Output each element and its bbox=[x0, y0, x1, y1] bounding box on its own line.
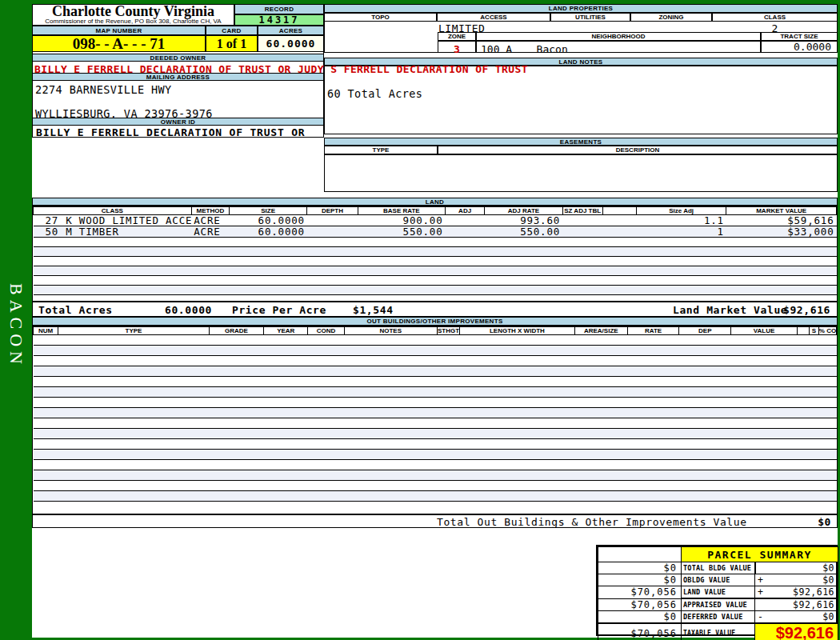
empty-cell bbox=[264, 398, 308, 408]
record-value: 14317 bbox=[234, 14, 324, 26]
ps-row-label: APPRAISED VALUE bbox=[682, 598, 755, 611]
empty-cell bbox=[446, 238, 485, 247]
empty-cell bbox=[446, 276, 485, 286]
land-cell-class: 27K WOOD LIMITED ACCESS bbox=[34, 215, 192, 226]
land-cell-adj-rate: 550.00 bbox=[485, 226, 562, 238]
empty-cell bbox=[636, 266, 726, 276]
land-row: 27K WOOD LIMITED ACCESS ACRE 60.0000 900… bbox=[34, 215, 837, 226]
empty-cell bbox=[34, 398, 58, 408]
empty-cell bbox=[809, 377, 818, 387]
empty-cell bbox=[679, 387, 731, 398]
empty-cell bbox=[574, 335, 627, 346]
empty-cell bbox=[34, 387, 58, 398]
empty-cell bbox=[229, 257, 306, 266]
ps-op: + bbox=[755, 586, 763, 598]
empty-cell bbox=[679, 335, 731, 346]
empty-cell bbox=[344, 408, 437, 418]
map-number-value: 098- - A- - - 71 bbox=[32, 35, 206, 52]
empty-cell bbox=[679, 450, 731, 460]
empty-cell bbox=[726, 276, 837, 286]
land-market-value-label: Land Market Value bbox=[673, 304, 787, 316]
empty-cell bbox=[627, 346, 678, 356]
total-acres-label: Total Acres bbox=[38, 304, 113, 316]
land-cell-class: 50M TIMBER bbox=[34, 226, 192, 238]
empty-cell bbox=[437, 429, 459, 439]
empty-cell bbox=[209, 408, 263, 418]
easements-col-description: DESCRIPTION bbox=[438, 146, 838, 154]
empty-cell bbox=[264, 366, 308, 377]
parcel-record-page: BACON Charlotte County Virginia Commissi… bbox=[0, 0, 840, 640]
ps-taxable-value: $92,616 bbox=[755, 623, 838, 640]
empty-cell bbox=[58, 335, 210, 346]
empty-cell bbox=[344, 491, 437, 502]
empty-cell bbox=[574, 491, 627, 502]
empty-cell bbox=[58, 377, 210, 387]
empty-cell bbox=[818, 439, 836, 450]
deeded-owner-label: DEEDED OWNER bbox=[32, 54, 324, 62]
empty-cell bbox=[485, 276, 562, 286]
empty-cell bbox=[58, 418, 210, 429]
ps-prior-value: $70,056 bbox=[598, 623, 682, 640]
empty-cell bbox=[264, 377, 308, 387]
empty-cell bbox=[209, 335, 263, 346]
empty-cell bbox=[636, 247, 726, 257]
empty-cell bbox=[809, 366, 818, 377]
ob-col-grade: GRADE bbox=[209, 327, 263, 335]
empty-cell bbox=[731, 366, 797, 377]
ps-row-label: OBLDG VALUE bbox=[682, 574, 755, 586]
empty-cell bbox=[731, 491, 797, 502]
land-row-num: 27 bbox=[46, 215, 59, 226]
empty-cell bbox=[818, 346, 836, 356]
out-buildings-total-label: Total Out Buildings & Other Improvements… bbox=[437, 516, 747, 528]
empty-cell bbox=[460, 377, 575, 387]
land-col-method: METHOD bbox=[191, 207, 229, 215]
empty-cell bbox=[485, 238, 562, 247]
empty-cell bbox=[437, 491, 459, 502]
empty-row bbox=[34, 377, 837, 387]
ob-col-sthgt: STHGT bbox=[437, 327, 459, 335]
empty-cell bbox=[307, 276, 358, 286]
empty-cell bbox=[191, 257, 229, 266]
empty-cell bbox=[344, 387, 437, 398]
empty-cell bbox=[437, 408, 459, 418]
empty-cell bbox=[574, 439, 627, 450]
empty-cell bbox=[34, 366, 58, 377]
empty-cell bbox=[627, 398, 678, 408]
empty-cell bbox=[627, 481, 678, 491]
empty-cell bbox=[562, 276, 602, 286]
empty-cell bbox=[731, 377, 797, 387]
empty-cell bbox=[818, 429, 836, 439]
ps-row-value-cell: $92,616 bbox=[755, 598, 838, 611]
map-number-label: MAP NUMBER bbox=[32, 26, 206, 35]
empty-cell bbox=[627, 408, 678, 418]
empty-cell bbox=[679, 346, 731, 356]
empty-cell bbox=[229, 266, 306, 276]
empty-cell bbox=[358, 238, 445, 247]
empty-cell bbox=[627, 377, 678, 387]
empty-cell bbox=[264, 491, 308, 502]
empty-cell bbox=[264, 418, 308, 429]
empty-cell bbox=[264, 387, 308, 398]
land-cell-blank bbox=[602, 226, 636, 238]
empty-cell bbox=[58, 470, 210, 481]
empty-cell bbox=[679, 460, 731, 470]
empty-cell bbox=[437, 439, 459, 450]
empty-cell bbox=[627, 429, 678, 439]
empty-row bbox=[34, 429, 837, 439]
empty-cell bbox=[308, 356, 344, 366]
empty-cell bbox=[602, 238, 636, 247]
lp-neighborhood-label: NEIGHBORHOOD bbox=[476, 32, 761, 41]
land-cell-adj-rate: 993.60 bbox=[485, 215, 562, 226]
empty-cell bbox=[679, 356, 731, 366]
empty-cell bbox=[818, 387, 836, 398]
empty-cell bbox=[308, 460, 344, 470]
empty-cell bbox=[627, 387, 678, 398]
empty-cell bbox=[229, 247, 306, 257]
empty-cell bbox=[264, 450, 308, 460]
empty-cell bbox=[344, 470, 437, 481]
empty-cell bbox=[809, 491, 818, 502]
empty-cell bbox=[308, 439, 344, 450]
empty-cell bbox=[726, 238, 837, 247]
empty-cell bbox=[446, 266, 485, 276]
ps-row-total-bldg: $0 TOTAL BLDG VALUE $0 bbox=[598, 562, 838, 574]
